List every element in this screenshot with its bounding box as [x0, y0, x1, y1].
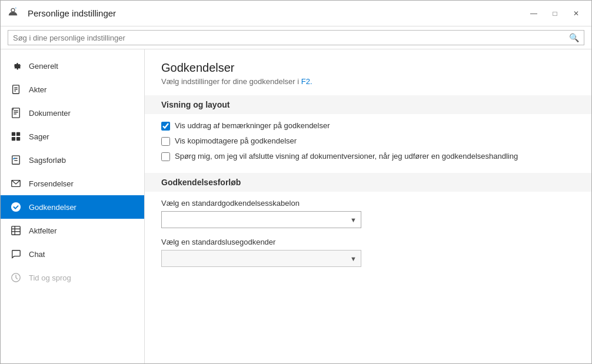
clock-icon: [10, 272, 22, 283]
search-input[interactable]: [13, 34, 569, 42]
checkbox-label-3[interactable]: Spørg mig, om jeg vil afslutte visning a…: [175, 152, 518, 161]
sidebar-item-dokumenter[interactable]: Dokumenter: [1, 101, 144, 125]
checkmark-circle-icon: [10, 201, 22, 213]
maximize-button[interactable]: □: [547, 8, 563, 19]
svg-point-1: [12, 9, 15, 11]
dropdown-skabelon[interactable]: [161, 211, 361, 228]
checkbox-label-2[interactable]: Vis kopimodtagere på godkendelser: [175, 136, 297, 145]
svg-point-18: [11, 202, 21, 212]
window-title: Personlige indstillinger: [28, 8, 526, 18]
group-visning-og-layout: Visning og layout Vis uddrag af bemærkni…: [161, 95, 575, 161]
title-bar: Personlige indstillinger — □ ✕: [1, 1, 591, 26]
content-area: Generelt Akter: [1, 49, 591, 363]
checkbox-label-1[interactable]: Vis uddrag af bemærkninger på godkendels…: [175, 121, 330, 130]
sidebar-item-godkendelser[interactable]: Godkendelser: [1, 195, 144, 219]
svg-rect-12: [12, 137, 15, 141]
sidebar-item-sager[interactable]: Sager: [1, 125, 144, 148]
gear-icon: [10, 60, 22, 72]
sidebar-label-generelt: Generelt: [29, 62, 58, 71]
sidebar-item-generelt[interactable]: Generelt: [1, 54, 144, 78]
page-title: Godkendelser: [161, 61, 575, 75]
subtitle-link[interactable]: F2.: [301, 77, 312, 86]
checkbox-kopimodtagere[interactable]: [161, 137, 170, 146]
sidebar-label-sagsforloeb: Sagsforløb: [29, 156, 66, 165]
dropdown-wrap-1: ▼: [161, 211, 361, 228]
group-header-godkendelse: Godkendelsesforløb: [145, 173, 591, 192]
dropdown-label-1: Vælg en standardgodkendelsesskabelon: [161, 199, 575, 208]
sidebar-label-sager: Sager: [29, 132, 49, 141]
search-input-wrap: 🔍: [8, 30, 584, 45]
checkbox-row-1: Vis uddrag af bemærkninger på godkendels…: [161, 121, 575, 131]
group-header-visning: Visning og layout: [145, 95, 591, 114]
sidebar-item-chat[interactable]: Chat: [1, 242, 144, 266]
window-controls: — □ ✕: [526, 8, 584, 19]
sidebar-item-tid-og-sprog: Tid og sprog: [1, 266, 144, 289]
sidebar-label-akter: Akter: [29, 85, 46, 94]
close-button[interactable]: ✕: [568, 8, 584, 19]
document-icon: [10, 107, 22, 119]
checkbox-uddrag[interactable]: [161, 122, 170, 131]
checkbox-row-3: Spørg mig, om jeg vil afslutte visning a…: [161, 152, 575, 161]
checkbox-row-2: Vis kopimodtagere på godkendelser: [161, 136, 575, 146]
sidebar-item-aktfelter[interactable]: Aktfelter: [1, 219, 144, 242]
dropdown-wrap-2: ▼: [161, 250, 361, 267]
svg-rect-10: [12, 132, 15, 136]
sidebar-label-forsendelser: Forsendelser: [29, 179, 74, 188]
file-icon: [10, 84, 22, 95]
sidebar-label-chat: Chat: [29, 250, 45, 259]
checkbox-sporg[interactable]: [161, 152, 170, 161]
sidebar-label-aktfelter: Aktfelter: [29, 226, 57, 235]
main-content-area: Godkendelser Vælg indstillinger for dine…: [145, 49, 591, 363]
svg-rect-14: [12, 156, 20, 164]
dropdown-slusegodkender: [161, 250, 361, 267]
section-subtitle: Vælg indstillinger for dine godkendelser…: [161, 77, 575, 86]
sidebar-item-forsendelser[interactable]: Forsendelser: [1, 172, 144, 195]
svg-rect-13: [16, 137, 20, 141]
sidebar: Generelt Akter: [1, 49, 145, 363]
table-icon: [10, 225, 22, 236]
svg-rect-11: [16, 132, 20, 136]
sidebar-label-tid-og-sprog: Tid og sprog: [29, 273, 71, 282]
main-window: Personlige indstillinger — □ ✕ 🔍 Generel…: [0, 0, 592, 364]
sidebar-label-dokumenter: Dokumenter: [29, 109, 71, 118]
chat-icon: [10, 248, 22, 260]
group-godkendelsesforloeb: Godkendelsesforløb Vælg en standardgodke…: [161, 173, 575, 267]
minimize-button[interactable]: —: [526, 8, 542, 19]
grid-icon: [10, 131, 22, 142]
svg-rect-19: [12, 226, 20, 235]
sidebar-label-godkendelser: Godkendelser: [29, 203, 77, 212]
checklist-icon: [10, 154, 22, 166]
search-bar: 🔍: [1, 26, 591, 49]
mail-icon: [10, 178, 22, 189]
sidebar-item-sagsforloeb[interactable]: Sagsforløb: [1, 148, 144, 172]
search-icon: 🔍: [569, 33, 579, 42]
app-icon: [8, 6, 22, 21]
dropdown-label-2: Vælg en standardslusegodkender: [161, 238, 575, 246]
sidebar-item-akter[interactable]: Akter: [1, 78, 144, 101]
